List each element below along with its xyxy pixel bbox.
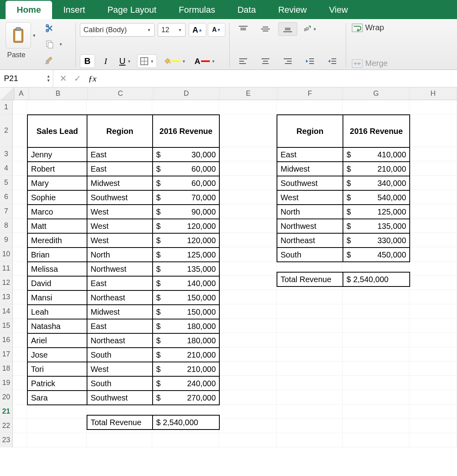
cell-revenue[interactable]: $125,000 xyxy=(153,248,219,262)
ribbon-tab-page-layout[interactable]: Page Layout xyxy=(96,1,168,19)
cell[interactable] xyxy=(343,319,409,333)
row-header[interactable]: 9 xyxy=(0,233,12,247)
cell[interactable] xyxy=(13,290,27,304)
cancel-formula-button[interactable]: ✕ xyxy=(60,74,67,84)
cell-revenue[interactable]: $410,000 xyxy=(343,147,410,162)
cell[interactable] xyxy=(219,290,277,304)
decrease-indent-button[interactable] xyxy=(300,54,320,68)
cell-region[interactable]: Northeast xyxy=(277,233,343,248)
cell[interactable] xyxy=(409,362,457,376)
cell-sales-lead[interactable]: Marco xyxy=(27,205,87,219)
cell[interactable] xyxy=(13,161,27,176)
cell-revenue[interactable]: $240,000 xyxy=(153,376,219,391)
column-header[interactable]: E xyxy=(220,87,277,100)
cell[interactable] xyxy=(219,419,277,433)
cell[interactable] xyxy=(409,100,457,114)
cell-sales-lead[interactable]: Jenny xyxy=(27,147,87,162)
cell-revenue[interactable]: $150,000 xyxy=(153,290,219,305)
borders-button[interactable]: ▼ xyxy=(137,54,157,68)
cell-revenue[interactable]: $60,000 xyxy=(153,176,219,190)
cell-region[interactable]: East xyxy=(87,319,153,333)
cell[interactable] xyxy=(343,376,409,390)
cell-revenue[interactable]: $180,000 xyxy=(153,333,219,348)
cell[interactable] xyxy=(277,333,343,347)
cut-button[interactable] xyxy=(42,22,57,34)
cell[interactable] xyxy=(409,247,457,261)
cell[interactable] xyxy=(13,390,27,404)
row-header[interactable]: 21 xyxy=(0,404,12,419)
fx-icon[interactable]: ƒx xyxy=(88,74,97,84)
cell-region[interactable]: South xyxy=(87,348,153,362)
cell-region[interactable]: North xyxy=(87,248,153,262)
cell-sales-lead[interactable]: Leah xyxy=(27,305,87,319)
fill-color-button[interactable]: ▼ xyxy=(160,54,189,68)
cell[interactable] xyxy=(219,276,277,290)
align-right-button[interactable] xyxy=(278,54,297,68)
cell[interactable] xyxy=(219,333,277,347)
cell[interactable] xyxy=(277,304,343,319)
cell-region[interactable]: Northeast xyxy=(87,333,153,348)
cell-revenue[interactable]: $135,000 xyxy=(343,219,410,233)
row-header[interactable]: 10 xyxy=(0,247,12,261)
cell[interactable] xyxy=(219,147,277,161)
ribbon-tab-view[interactable]: View xyxy=(318,1,359,19)
row-header[interactable]: 1 xyxy=(0,100,12,114)
cell[interactable] xyxy=(219,390,277,404)
cell-revenue[interactable]: $210,000 xyxy=(153,348,219,362)
cell-region[interactable]: Southwest xyxy=(277,176,343,190)
spin-up-icon[interactable]: ▲ xyxy=(46,75,50,78)
cell[interactable] xyxy=(409,114,457,147)
row-header[interactable]: 2 xyxy=(0,114,12,147)
cell-revenue[interactable]: $180,000 xyxy=(153,319,219,333)
cell-sales-lead[interactable]: Sophie xyxy=(27,190,87,205)
cell[interactable] xyxy=(409,161,457,176)
cell[interactable] xyxy=(277,419,343,433)
cell[interactable] xyxy=(409,261,457,276)
cell[interactable] xyxy=(409,390,457,404)
cell[interactable] xyxy=(219,204,277,219)
spin-down-icon[interactable]: ▼ xyxy=(46,79,50,82)
cell[interactable] xyxy=(219,233,277,247)
row-header[interactable]: 3 xyxy=(0,147,12,161)
column-header[interactable]: C xyxy=(88,87,153,100)
cell-sales-lead[interactable]: Tori xyxy=(27,362,87,376)
row-header[interactable]: 6 xyxy=(0,190,12,204)
align-bottom-button[interactable] xyxy=(278,22,297,36)
ribbon-tab-formulas[interactable]: Formulas xyxy=(168,1,227,19)
column-header[interactable]: A xyxy=(14,87,29,100)
row-header[interactable]: 13 xyxy=(0,290,12,304)
cell[interactable] xyxy=(343,347,409,362)
dropdown-caret-icon[interactable]: ▼ xyxy=(59,42,63,46)
name-box[interactable]: P21 ▲▼ xyxy=(0,70,53,87)
cell-sales-lead[interactable]: David xyxy=(27,276,87,290)
cell-revenue[interactable]: $30,000 xyxy=(153,147,219,162)
cell-region[interactable]: East xyxy=(87,147,153,162)
cell-region[interactable]: Midwest xyxy=(87,305,153,319)
cell-revenue[interactable]: $540,000 xyxy=(343,190,410,205)
font-color-button[interactable]: A ▼ xyxy=(192,54,218,68)
cell-region[interactable]: Southwest xyxy=(87,190,153,205)
cell[interactable] xyxy=(409,233,457,247)
cell-revenue[interactable]: $60,000 xyxy=(153,162,219,176)
select-all-corner[interactable] xyxy=(0,87,14,100)
cell[interactable] xyxy=(27,433,87,447)
cell[interactable] xyxy=(27,419,87,433)
dropdown-caret-icon[interactable]: ▼ xyxy=(32,33,36,38)
increase-font-button[interactable]: A▲ xyxy=(189,23,206,37)
cell[interactable] xyxy=(13,433,27,447)
cell[interactable] xyxy=(277,347,343,362)
spreadsheet-grid[interactable]: ABCDEFGH 1234567891011121314151617181920… xyxy=(0,87,457,447)
cell[interactable] xyxy=(13,376,27,390)
cell-sales-lead[interactable]: Sara xyxy=(27,391,87,405)
cell[interactable] xyxy=(13,362,27,376)
cell[interactable] xyxy=(343,433,409,447)
cell[interactable] xyxy=(219,190,277,204)
align-left-button[interactable] xyxy=(234,54,253,68)
cell-revenue[interactable]: $330,000 xyxy=(343,233,410,248)
cell[interactable] xyxy=(277,404,343,419)
column-header[interactable]: G xyxy=(343,87,409,100)
cell-revenue[interactable]: $270,000 xyxy=(153,391,219,405)
cell[interactable] xyxy=(219,161,277,176)
cell[interactable] xyxy=(277,100,343,114)
cell-revenue[interactable]: $135,000 xyxy=(153,262,219,276)
